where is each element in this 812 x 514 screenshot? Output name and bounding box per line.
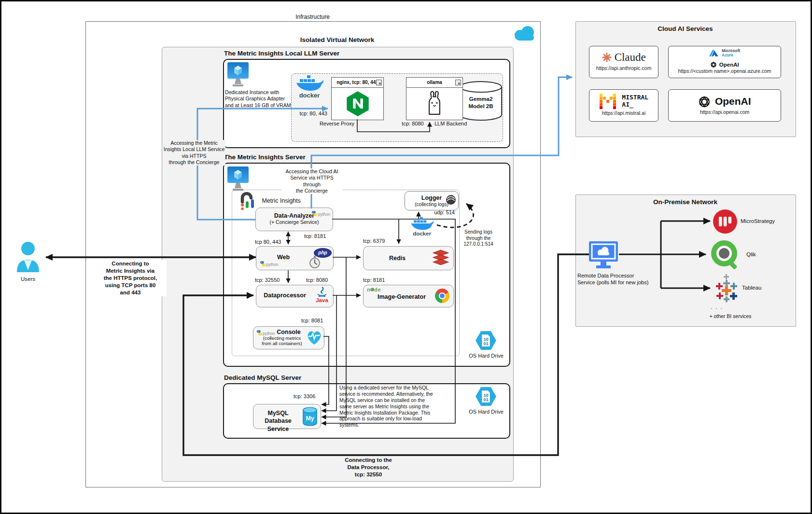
port-mysql: tcp: 3306 xyxy=(294,393,315,399)
openai-wordmark: OpenAI xyxy=(715,96,751,107)
reverse-proxy-label: Reverse Proxy xyxy=(314,121,360,127)
ollama-port-label: tcp: 8080 xyxy=(399,121,427,126)
java-icon: Java xyxy=(313,286,331,303)
users-label: Users xyxy=(14,276,42,282)
clock-icon xyxy=(308,255,321,269)
sending-logs-note: Sending logs through the 127.0.0.1:514 xyxy=(458,229,499,248)
access-llm-note: Accessing the Metric Insights Local LLM … xyxy=(163,140,225,166)
window-icon xyxy=(376,80,382,85)
console-box: python Console (collecting metrics from … xyxy=(253,326,324,349)
port-web-dp: tcp: 8080 xyxy=(306,277,328,283)
port-da-web: tcp: 8181 xyxy=(304,233,326,239)
tableau-icon xyxy=(713,273,740,303)
mi-server-title: The Metric Insights Server xyxy=(224,153,306,161)
docker-word: docker xyxy=(408,231,435,236)
nginx-icon xyxy=(346,91,370,117)
image-generator-box: nde Image-Generator xyxy=(363,285,454,307)
mysql-cylinder-icon: My xyxy=(302,406,318,429)
os-hard-drive-label: OS Hard Drive xyxy=(467,409,505,416)
os-hard-drive-icon: 10 01 xyxy=(475,329,497,352)
metric-insights-word: Metric Insights xyxy=(262,197,301,204)
docker-whale-icon xyxy=(409,216,434,231)
redis-icon xyxy=(431,249,450,267)
mistral-card: MISTRAL AI_ https://api.mistral.ai xyxy=(589,89,658,122)
port-imagegen: tcp: 8181 xyxy=(363,277,385,283)
openai-logo xyxy=(710,61,717,68)
cloud-icon xyxy=(513,24,537,42)
nginx-port-label: tcp: 80, 443 xyxy=(292,111,327,116)
openai-url: https://api.openai.com xyxy=(669,109,781,115)
cloud-ai-title: Cloud AI Services xyxy=(575,25,795,32)
openai-card: OpenAI https://api.openai.com xyxy=(668,89,781,122)
mysql-note: Using a dedicated server for the MySQL s… xyxy=(339,385,435,429)
console-title: Console xyxy=(273,329,305,335)
docker-logo: docker xyxy=(294,74,325,99)
mistral-wordmark: MISTRAL AI_ xyxy=(622,94,648,109)
mysql-service-title: MySQL Database Service xyxy=(255,409,301,433)
openai-logo xyxy=(698,96,711,108)
docker-logo: docker xyxy=(408,216,435,236)
logger-title: Logger xyxy=(421,194,442,201)
access-cloud-note: Accessing the Cloud AI Service via HTTPS… xyxy=(281,168,342,194)
dataprocessor-title: Dataprocessor xyxy=(256,292,313,299)
azure-word: Azure xyxy=(722,53,740,57)
nginx-window-title: nginx, tcp: 80, 443 xyxy=(336,80,378,85)
chrome-icon xyxy=(435,289,449,303)
web-box: Web php python xyxy=(256,246,334,270)
docker-whale-icon xyxy=(295,74,324,92)
ollama-llama-icon xyxy=(425,90,444,117)
claude-wordmark: Claude xyxy=(615,51,646,63)
mysql-service-box: MySQL Database Service My xyxy=(253,404,321,429)
connect-mi-note: Connecting to Metric Insights via the HT… xyxy=(94,260,167,296)
ollama-window-title: ollama xyxy=(427,80,442,85)
data-analyzer-box: Data-Analyzer (+ Concierge Service) pyth… xyxy=(255,208,333,231)
infrastructure-label: Infrastructure xyxy=(85,14,540,20)
claude-url: https://api.anthropic.com xyxy=(589,65,658,71)
heart-pulse-icon xyxy=(306,330,323,346)
more-services-dots: . . . xyxy=(698,304,736,310)
svg-text:01: 01 xyxy=(483,397,488,402)
azure-vm-icon xyxy=(227,166,249,193)
python-icon xyxy=(260,261,266,267)
window-icon xyxy=(455,80,461,85)
azure-openai-url: https://<custom name>.openai.azure.com xyxy=(669,68,781,74)
azure-openai-word: OpenAI xyxy=(719,62,739,68)
docker-word: docker xyxy=(294,92,325,99)
mistral-url: https://api.mistral.ai xyxy=(589,110,658,116)
redis-title: Redis xyxy=(364,255,431,262)
claude-card: Claude https://api.anthropic.com xyxy=(589,46,658,78)
dataprocessor-box: Dataprocessor Java xyxy=(256,285,334,307)
redis-box: Redis xyxy=(363,246,454,270)
data-analyzer-subtitle: (+ Concierge Service) xyxy=(256,219,333,225)
os-hard-drive-label: OS Hard Drive xyxy=(467,353,505,360)
python-word: python xyxy=(318,212,330,217)
gemma-label: Gemma2 Model 2B xyxy=(459,96,503,110)
on-premise-title: On-Premise Network xyxy=(575,198,795,206)
port-redis: tcp: 6379 xyxy=(363,238,385,244)
os-hard-drive-icon: 10 01 xyxy=(475,385,497,408)
azure-vm-icon xyxy=(227,62,249,89)
python-icon xyxy=(311,210,318,217)
isolated-network-label: Isolated Virtual Network xyxy=(162,36,513,43)
nginx-window-titlebar: nginx, tcp: 80, 443 xyxy=(332,78,383,88)
svg-text:My: My xyxy=(306,416,314,422)
microstrategy-label: MicroStrategy xyxy=(741,218,775,224)
rdp-label: Remote Data Processor Service (polls MI … xyxy=(577,272,664,286)
metric-insights-logo xyxy=(239,191,256,210)
python-badge: python xyxy=(260,259,279,268)
tableau-label: Tableau xyxy=(742,285,761,291)
diagram-canvas: Infrastructure Isolated Virtual Network … xyxy=(0,0,812,514)
console-subtitle: (collecting metrics from all containers) xyxy=(257,335,307,346)
ollama-window-titlebar: ollama xyxy=(406,78,462,88)
azure-openai-card: Microsoft Azure OpenAI https://<custom n… xyxy=(668,46,781,78)
llm-server-title: The Metric Insights Local LLM Server xyxy=(224,50,339,57)
ollama-window: ollama xyxy=(406,77,463,120)
qlik-icon xyxy=(710,239,741,270)
microstrategy-icon xyxy=(713,209,738,234)
python-badge: python xyxy=(311,209,330,218)
logger-box: Logger (collecting logs) xyxy=(405,191,459,210)
gemma-model-cylinder: Gemma2 Model 2B xyxy=(459,80,503,122)
port-dp-in: tcp: 32550 xyxy=(255,277,280,283)
rsyslog-icon xyxy=(446,194,456,205)
microsoft-azure-logo xyxy=(709,50,718,56)
